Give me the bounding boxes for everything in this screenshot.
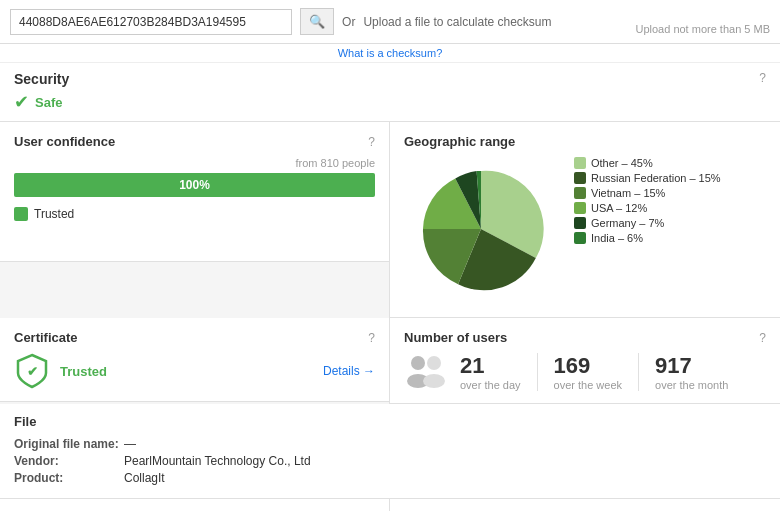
legend-dot-russia [574,172,586,184]
geographic-title: Geographic range [404,134,515,149]
security-help-icon[interactable]: ? [759,71,766,85]
cert-details-link[interactable]: Details → [323,364,375,378]
user-confidence-title: User confidence [14,134,115,149]
product-label: Product: [14,471,124,485]
users-day-stat: 21 over the day [460,353,521,391]
legend-item-russia: Russian Federation – 15% [574,172,766,184]
from-people: from 810 people [14,157,375,169]
progress-bar-bg: 100% [14,173,375,197]
svg-point-4 [423,374,445,388]
bottom-row: Name: CollagIt.exe Type: Unknown format … [0,499,780,511]
security-content: ✔ Safe [14,91,69,113]
geographic-col: Geographic range [390,122,780,318]
details-right: MD5: 44088D8AE6AE612703B284BD3A194595 SH… [390,499,780,511]
users-week-stat: 169 over the week [554,353,622,391]
legend-label-usa: USA – 12% [591,202,647,214]
users-month-stat: 917 over the month [655,353,728,391]
two-col-top: User confidence ? from 810 people 100% T… [0,122,780,318]
users-week-label: over the week [554,379,622,391]
users-month-label: over the month [655,379,728,391]
file-product-row: Product: CollagIt [14,471,766,485]
detail-grid-right: MD5: 44088D8AE6AE612703B284BD3A194595 SH… [390,499,780,511]
legend-dot-germany [574,217,586,229]
search-button[interactable]: 🔍 [300,8,334,35]
detail-grid-left: Name: CollagIt.exe Type: Unknown format … [0,499,389,511]
file-section: File Original file name: — Vendor: Pearl… [0,404,780,499]
users-title: Number of users [404,330,507,345]
cert-help[interactable]: ? [368,331,375,345]
cert-trusted-label: Trusted [60,364,107,379]
file-title: File [14,414,766,429]
progress-bar-fill: 100% [14,173,375,197]
safe-label: Safe [35,95,62,110]
user-confidence-col: User confidence ? from 810 people 100% T… [0,122,390,318]
security-panel: Security ✔ Safe ? [0,63,780,122]
users-month-count: 917 [655,353,728,379]
geo-legend: Other – 45% Russian Federation – 15% Vie… [574,157,766,247]
upload-limit: Upload not more than 5 MB [635,23,770,35]
users-icon-group [404,353,448,389]
original-filename-label: Original file name: [14,437,124,451]
certificate-panel: Certificate ? ✔ Trusted Details → [0,318,389,402]
pie-chart [404,157,559,302]
original-filename-value: — [124,437,136,451]
users-sep-2 [638,353,639,391]
cert-content: ✔ Trusted [14,353,107,389]
trusted-legend: Trusted [14,207,375,221]
users-icon-svg [404,353,448,389]
legend-label-russia: Russian Federation – 15% [591,172,721,184]
cert-shield-svg: ✔ [14,353,50,389]
details-left: Name: CollagIt.exe Type: Unknown format … [0,499,390,511]
product-value: CollagIt [124,471,165,485]
progress-label: 100% [179,178,210,192]
user-confidence-help[interactable]: ? [368,135,375,149]
legend-item-other: Other – 45% [574,157,766,169]
users-help[interactable]: ? [759,331,766,345]
user-confidence-header: User confidence ? [14,134,375,149]
svg-point-1 [411,356,425,370]
legend-label-vietnam: Vietnam – 15% [591,187,665,199]
search-bar: 🔍 Or Upload a file to calculate checksum… [0,0,780,44]
users-content: 21 over the day 169 over the week 917 ov… [404,353,766,391]
legend-label-india: India – 6% [591,232,643,244]
file-vendor-row: Vendor: PearlMountain Technology Co., Lt… [14,454,766,468]
svg-point-3 [427,356,441,370]
users-panel: Number of users ? 21 over the day [390,318,780,404]
legend-dot-vietnam [574,187,586,199]
vendor-label: Vendor: [14,454,124,468]
legend-item-vietnam: Vietnam – 15% [574,187,766,199]
two-col-bottom: Certificate ? ✔ Trusted Details → [0,318,780,404]
or-label: Or [342,15,355,29]
pie-container [404,157,564,305]
cert-shield-container: ✔ [14,353,50,389]
users-header: Number of users ? [404,330,766,345]
legend-label-other: Other – 45% [591,157,653,169]
legend-item-germany: Germany – 7% [574,217,766,229]
checksum-link[interactable]: What is a checksum? [338,47,443,59]
trusted-legend-label: Trusted [34,207,74,221]
users-col: Number of users ? 21 over the day [390,318,780,404]
geo-content: Other – 45% Russian Federation – 15% Vie… [404,157,766,305]
users-sep-1 [537,353,538,391]
legend-item-india: India – 6% [574,232,766,244]
legend-item-usa: USA – 12% [574,202,766,214]
cert-header: Certificate ? [14,330,375,345]
users-week-count: 169 [554,353,622,379]
users-day-label: over the day [460,379,521,391]
users-day-count: 21 [460,353,521,379]
cert-content-row: ✔ Trusted Details → [14,353,375,389]
geographic-header: Geographic range [404,134,766,149]
cert-title: Certificate [14,330,78,345]
certificate-col: Certificate ? ✔ Trusted Details → [0,318,390,404]
trusted-legend-box [14,207,28,221]
svg-text:✔: ✔ [27,364,38,379]
search-input[interactable] [10,9,292,35]
legend-dot-india [574,232,586,244]
legend-dot-usa [574,202,586,214]
shield-icon: ✔ [14,91,29,113]
checksum-link-row: What is a checksum? [0,44,780,63]
geographic-panel: Geographic range [390,122,780,318]
upload-label: Upload a file to calculate checksum [363,15,627,29]
legend-dot-other [574,157,586,169]
file-original-row: Original file name: — [14,437,766,451]
